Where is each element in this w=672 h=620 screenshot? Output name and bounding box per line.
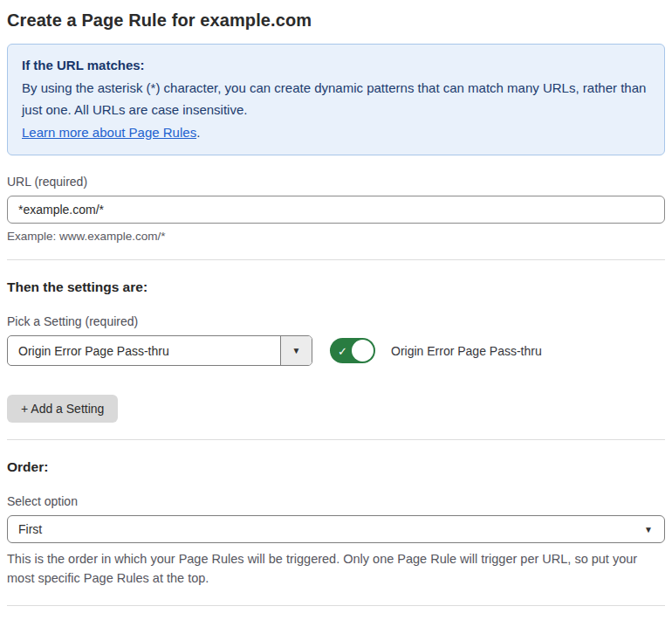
setting-row: Origin Error Page Pass-thru ▼ ✓ Origin E… xyxy=(7,335,665,366)
settings-section-heading: Then the settings are: xyxy=(7,279,665,295)
url-input[interactable] xyxy=(7,196,665,224)
order-select-value: First xyxy=(18,522,42,536)
toggle-knob xyxy=(352,340,374,362)
info-box-heading: If the URL matches: xyxy=(22,54,650,77)
origin-error-toggle[interactable]: ✓ xyxy=(330,338,375,363)
setting-select[interactable]: Origin Error Page Pass-thru ▼ xyxy=(7,335,312,366)
divider xyxy=(7,259,665,260)
setting-select-value: Origin Error Page Pass-thru xyxy=(8,336,280,365)
chevron-down-icon: ▼ xyxy=(292,346,301,355)
pick-setting-label: Pick a Setting (required) xyxy=(7,314,665,328)
chevron-down-icon: ▼ xyxy=(644,525,653,534)
order-select[interactable]: First ▼ xyxy=(7,515,665,543)
setting-select-arrow-button[interactable]: ▼ xyxy=(280,336,312,365)
divider xyxy=(7,605,665,606)
divider xyxy=(7,439,665,440)
url-field-label: URL (required) xyxy=(7,175,665,189)
check-icon: ✓ xyxy=(338,345,347,356)
order-section-heading: Order: xyxy=(7,459,665,475)
url-match-info-box: If the URL matches: By using the asteris… xyxy=(7,44,665,155)
create-page-rule-form: Create a Page Rule for example.com If th… xyxy=(0,0,672,620)
add-setting-button[interactable]: + Add a Setting xyxy=(7,395,118,423)
order-helper-text: This is the order in which your Page Rul… xyxy=(7,549,663,589)
toggle-label: Origin Error Page Pass-thru xyxy=(391,344,542,358)
link-suffix: . xyxy=(196,125,200,140)
page-title: Create a Page Rule for example.com xyxy=(7,10,665,31)
learn-more-link[interactable]: Learn more about Page Rules xyxy=(22,125,196,140)
select-option-label: Select option xyxy=(7,494,665,508)
info-box-link-line: Learn more about Page Rules. xyxy=(22,121,650,144)
url-example-helper: Example: www.example.com/* xyxy=(7,230,665,243)
info-box-body: By using the asterisk (*) character, you… xyxy=(22,77,650,121)
